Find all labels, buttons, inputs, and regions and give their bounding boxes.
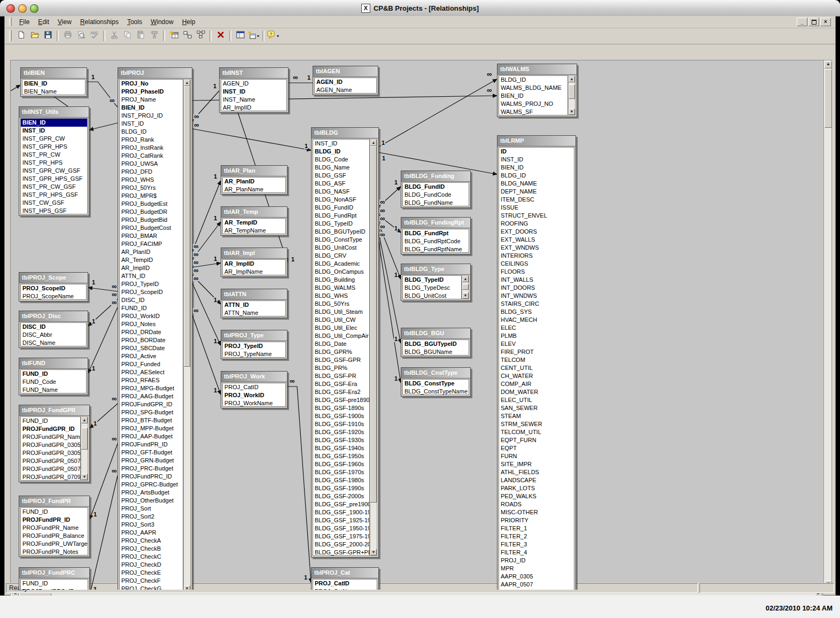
field-row[interactable]: PROJ_CheckB (120, 545, 183, 553)
field-row[interactable]: CEILINGS (499, 260, 574, 268)
field-row[interactable]: PROJ_WorkName (223, 399, 285, 407)
table-tblINST[interactable]: tblINSTAGEN_IDINST_IDINST_NameAR_ImplID (219, 67, 289, 113)
field-row[interactable]: PROJ_FACIMP (120, 240, 183, 248)
field-row[interactable]: PROJ_AAPR (120, 529, 183, 537)
field-row[interactable]: FUND_Name (21, 386, 86, 393)
field-row[interactable]: BLDG_ID (120, 128, 183, 136)
field-row[interactable]: BLDG_ConstTypeName (403, 388, 469, 395)
scroll-up-button[interactable]: ▲ (370, 140, 377, 146)
field-row[interactable]: INTERIORS (499, 252, 574, 260)
field-row[interactable]: BLDG_GSF-2000s (313, 492, 369, 500)
field-row[interactable]: AAPR_0709 (499, 589, 574, 590)
scroll-down-button[interactable]: ▼ (184, 585, 190, 590)
field-row[interactable]: MPR (499, 565, 574, 573)
table-title[interactable]: tblBLDG_Type (401, 264, 470, 275)
field-row[interactable]: PED_WALKS (499, 492, 574, 500)
field-row[interactable]: PROJFundGPR_0709 (21, 473, 80, 481)
field-row[interactable]: PROJ_PhaseID (120, 88, 183, 96)
close-document-button[interactable]: × (820, 18, 831, 26)
field-row[interactable]: BLDG_OnCampus (313, 268, 369, 276)
table-title[interactable]: tblAR_Impl (221, 248, 287, 259)
field-row[interactable]: BLDG_Util_CW (313, 316, 369, 324)
scroll-thumb[interactable] (462, 284, 469, 289)
field-row[interactable]: AR_ImplID (223, 260, 285, 268)
help-button[interactable]: ?▼ (267, 30, 279, 42)
scroll-down-button[interactable]: ▼ (569, 109, 575, 115)
field-row[interactable]: STRUCT_ENVEL (499, 212, 574, 220)
field-row[interactable]: EQPT_FURN (499, 436, 574, 444)
spelling-button[interactable]: ABC (88, 30, 100, 42)
field-row[interactable]: PROJ_CatName (313, 588, 377, 590)
table-title[interactable]: tblBLDG (312, 128, 378, 138)
table-tblBLDG_Funding[interactable]: tblBLDG_FundingBLDG_FundIDBLDG_FundCodeB… (401, 171, 471, 208)
field-row[interactable]: BLDG_GSF-1970s (313, 468, 369, 476)
field-row[interactable]: BLDG_CRV (313, 252, 369, 260)
field-row[interactable]: INST_CW_GSF (21, 199, 87, 207)
field-row[interactable]: BLDG_FundID (313, 204, 369, 212)
field-row[interactable]: BLDG_GSF-PR (313, 372, 369, 380)
field-row[interactable]: INST_PR_CW_GSF (21, 183, 87, 191)
field-row[interactable]: PROJ_Sort3 (120, 521, 183, 529)
field-row[interactable]: INST_ID (221, 88, 286, 96)
field-row[interactable]: PROJ_SBCDate (120, 344, 183, 352)
field-row[interactable]: BIEN_ID (21, 119, 87, 127)
field-row[interactable]: PROJ_GPRC-Budget (120, 481, 183, 489)
field-row[interactable]: BLDG_FundID (403, 183, 469, 191)
field-row[interactable]: EQPT (499, 444, 574, 452)
field-row[interactable]: PROJ_BudgetDR (120, 208, 183, 216)
field-row[interactable]: PROJ_TypeID (223, 342, 285, 350)
field-row[interactable]: BLDG_GSF-1900s (313, 412, 369, 420)
field-row[interactable]: BLDG_FundRptCode (403, 237, 469, 245)
field-row[interactable]: BLDG_GSF-1910s (313, 420, 369, 428)
field-row[interactable]: BLDG_Util_Elec (313, 324, 369, 332)
field-row[interactable]: PROJFundGPR_0507 (21, 465, 80, 473)
menu-view[interactable]: View (53, 17, 76, 27)
field-row[interactable]: PROJ_SPG-Budget (120, 408, 183, 416)
menu-edit[interactable]: Edit (34, 17, 53, 27)
field-row[interactable]: ATTN_ID (120, 272, 183, 280)
field-row[interactable]: PROJ_CatID (313, 580, 377, 588)
field-row[interactable]: BLDG_GSF-Era (313, 380, 369, 388)
scroll-up-button[interactable]: ▲ (184, 80, 190, 86)
field-row[interactable]: BLDG_GSF-GPR (313, 356, 369, 364)
field-row[interactable]: PROJ_BudgetBid (120, 216, 183, 224)
table-scrollbar[interactable]: ▲▼ (462, 275, 469, 299)
table-tblPROJ_FundGPR[interactable]: tblPROJ_FundGPRFUND_IDPROJFundGPR_IDPROJ… (19, 405, 90, 482)
field-row[interactable]: BLDG_FundName (403, 199, 469, 206)
table-tblWALMS[interactable]: tblWALMSBLDG_IDWALMS_BLDG_NAMEBIEN_IDWAL… (497, 64, 577, 117)
field-row[interactable]: PROJ_Sort2 (120, 513, 183, 521)
new-button[interactable] (15, 30, 27, 42)
field-row[interactable]: COMP_AIR (499, 380, 574, 388)
field-row[interactable]: AGEN_ID (221, 80, 286, 88)
scroll-down-button[interactable]: ▼ (370, 549, 377, 555)
table-tblPROJ_Type[interactable]: tblPROJ_TypePROJ_TypeIDPROJ_TypeName (221, 330, 287, 359)
field-row[interactable]: DOM_WATER (499, 388, 574, 396)
table-tblBIEN[interactable]: tblBIENBIEN_IDBIEN_Name (20, 67, 87, 97)
title-bar[interactable]: X CP&B Projects - [Relationships] (0, 0, 840, 17)
table-tblPROJ_FundPRC[interactable]: tblPROJ_FundPRCFUND_IDPROJFundPRC_ID (19, 567, 90, 590)
field-row[interactable]: BLDG_FundRpt (313, 212, 369, 220)
field-row[interactable]: AAPR_0507 (499, 581, 574, 589)
field-row[interactable]: INT_WNDWS (499, 292, 574, 300)
field-row[interactable]: INST_GPR_HPS_GSF (21, 175, 87, 183)
field-row[interactable]: PROJ_AAP-Budget (120, 432, 183, 441)
field-row[interactable]: INST_PR_CW (21, 151, 87, 159)
field-row[interactable]: ELEV (499, 340, 574, 348)
field-row[interactable]: FUND_Code (21, 378, 86, 386)
field-row[interactable]: BLDG_GSF-1960s (313, 460, 369, 468)
field-row[interactable]: BLDG_GSF-Era2 (313, 388, 369, 396)
field-row[interactable]: BLDG_Academic (313, 260, 369, 268)
relationship-line[interactable] (192, 283, 221, 345)
menu-file[interactable]: File (15, 17, 34, 27)
table-scrollbar[interactable]: ▲▼ (568, 75, 575, 115)
field-row[interactable]: BIEN_ID (499, 164, 574, 172)
all-relationships-button[interactable] (195, 30, 207, 42)
field-row[interactable]: PROJ_UWSA (120, 160, 183, 168)
field-row[interactable]: AR_TempName (223, 227, 285, 234)
field-row[interactable]: INST_ID (499, 156, 574, 164)
field-row[interactable]: ROOFING (499, 220, 574, 228)
table-tblPROJ_FundPR[interactable]: tblPROJ_FundPRFUND_IDPROJFundPR_IDPROJFu… (19, 496, 90, 557)
table-title[interactable]: tblPROJ (118, 68, 192, 79)
field-row[interactable]: BLDG_NAME (499, 180, 574, 188)
relationship-line[interactable] (90, 444, 118, 519)
